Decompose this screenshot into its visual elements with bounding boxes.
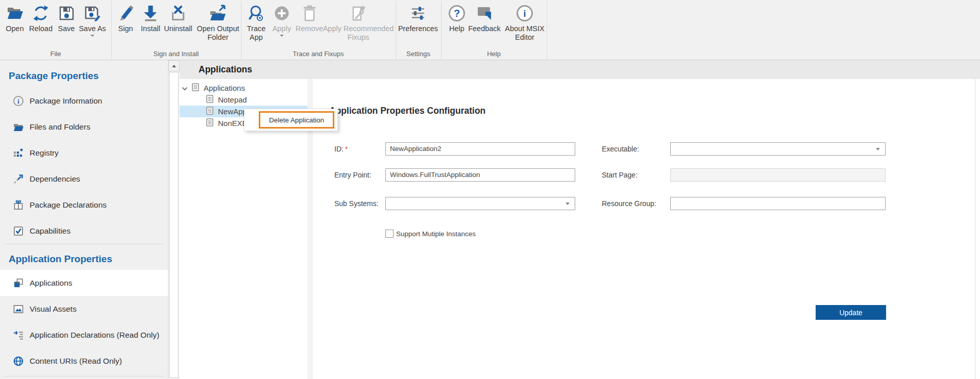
ribbon-group-label-trace-and-fixups: Trace and Fixups — [241, 50, 396, 58]
sidebar-item-registry[interactable]: Registry — [0, 140, 168, 166]
button-label: Sign — [112, 24, 139, 33]
apply-button[interactable]: Apply — [268, 2, 295, 37]
sidebar-item-label: Registry — [30, 148, 59, 158]
open-output-folder-button[interactable]: Open Output Folder — [195, 2, 241, 42]
checkbox-check-icon — [13, 225, 24, 237]
page-title: Applications — [199, 64, 252, 75]
button-label: Open — [1, 24, 29, 33]
context-menu-item-label: Delete Application — [269, 116, 324, 124]
about-msix-editor-button[interactable]: i About MSIX Editor — [503, 2, 546, 42]
update-button[interactable]: Update — [816, 305, 886, 320]
gift-icon — [13, 199, 24, 211]
sidebar-item-dependencies[interactable]: Dependencies — [0, 166, 168, 192]
open-button[interactable]: Open — [1, 2, 29, 33]
sidebar-item-capabilities[interactable]: Capabilities — [0, 218, 168, 244]
image-icon — [13, 304, 24, 315]
sidebar-item-package-information[interactable]: i Package Information — [0, 88, 168, 114]
sidebar-item-label: Application Declarations (Read Only) — [30, 331, 159, 340]
app-windows-icon — [13, 277, 24, 289]
sidebar-item-applications[interactable]: Applications — [0, 270, 168, 296]
document-icon — [192, 83, 199, 93]
right-edge-line — [975, 79, 975, 379]
button-label: About MSIX Editor — [503, 24, 546, 42]
button-label: Help — [446, 24, 468, 33]
sidebar-scrollbar[interactable] — [168, 60, 180, 379]
sub-systems-label: Sub Systems: — [334, 197, 378, 210]
sidebar-heading-package-properties: Package Properties — [0, 60, 168, 88]
svg-text:i: i — [523, 8, 526, 19]
open-output-folder-icon — [195, 2, 241, 24]
dropdown-arrow-icon — [876, 148, 880, 150]
button-label: Apply Recommended Fixups — [320, 24, 397, 42]
ribbon-separator — [547, 1, 547, 59]
sidebar-item-label: Visual Assets — [30, 305, 77, 314]
install-icon — [137, 2, 164, 24]
fixups-icon — [320, 2, 397, 24]
uninstall-icon — [162, 2, 194, 24]
feedback-button[interactable]: Feedback — [468, 2, 501, 33]
resource-group-input[interactable] — [670, 197, 886, 210]
sidebar-item-content-uris[interactable]: Content URIs (Read Only) — [0, 348, 168, 374]
document-icon — [206, 107, 213, 116]
button-label: Uninstall — [162, 24, 194, 33]
sidebar-item-files-and-folders[interactable]: Files and Folders — [0, 114, 168, 140]
apply-icon — [268, 2, 295, 24]
dropdown-arrow-icon — [566, 203, 570, 205]
scrollbar-thumb[interactable] — [169, 72, 179, 378]
ribbon-group-label-sign-and-install: Sign and Install — [111, 50, 241, 58]
button-label: Feedback — [468, 24, 501, 33]
about-icon: i — [503, 2, 546, 24]
sign-button[interactable]: Sign — [112, 2, 139, 33]
button-label: Install — [137, 24, 164, 33]
sidebar-item-package-declarations[interactable]: Package Declarations — [0, 192, 168, 218]
feedback-icon — [468, 2, 501, 24]
ribbon: Open Reload Save — [0, 0, 980, 60]
uninstall-button[interactable]: Uninstall — [162, 2, 194, 33]
preferences-button[interactable]: Preferences — [396, 2, 440, 33]
context-menu: Delete Application — [244, 109, 338, 131]
sidebar-item-label: Capabilities — [30, 226, 70, 236]
sidebar-item-label: Dependencies — [30, 174, 80, 184]
entry-point-input[interactable]: Windows.FullTrustApplication — [385, 168, 575, 182]
context-menu-item-delete-application[interactable]: Delete Application — [259, 111, 334, 129]
document-icon — [206, 95, 213, 105]
svg-text:?: ? — [454, 8, 460, 19]
registry-icon — [13, 147, 24, 159]
id-label: ID:* — [334, 142, 348, 156]
tree-item-label: Notepad — [218, 95, 247, 104]
reload-icon — [27, 2, 55, 24]
install-button[interactable]: Install — [137, 2, 164, 33]
sidebar-item-application-declarations[interactable]: Application Declarations (Read Only) — [0, 322, 168, 348]
save-as-icon — [76, 2, 109, 24]
button-label: Trace App — [243, 24, 270, 42]
id-input[interactable]: NewApplication2 — [385, 142, 575, 156]
support-multiple-instances-label: Support Mutiple Instances — [396, 230, 476, 238]
document-icon — [206, 118, 213, 128]
main-header: Applications — [180, 60, 980, 79]
trace-app-button[interactable]: Trace App — [243, 2, 270, 42]
tree-item-label: NonEXE — [218, 119, 248, 128]
start-page-label: Start Page: — [602, 168, 638, 182]
reload-button[interactable]: Reload — [27, 2, 55, 33]
globe-icon — [13, 356, 24, 367]
folder-icon — [13, 121, 24, 133]
sidebar-item-label: Package Information — [30, 96, 102, 106]
preferences-icon — [396, 2, 440, 24]
sub-systems-combo[interactable] — [385, 197, 575, 210]
chevron-down-icon[interactable] — [182, 84, 189, 92]
tree-item-label: Applications — [204, 84, 245, 92]
required-asterisk: * — [345, 145, 348, 153]
support-multiple-instances-checkbox[interactable] — [385, 230, 394, 238]
dependencies-icon — [13, 173, 24, 185]
entry-point-label: Entry Point: — [334, 168, 371, 182]
scrollbar-up-button[interactable] — [168, 60, 180, 71]
apply-recommended-fixups-button[interactable]: Apply Recommended Fixups — [320, 2, 397, 42]
tree-item-applications-root[interactable]: Applications — [182, 82, 245, 94]
help-button[interactable]: ? Help — [446, 2, 468, 33]
tree-item-nonexe[interactable]: NonEXE — [206, 117, 248, 129]
tree-item-notepad[interactable]: Notepad — [206, 94, 247, 106]
sidebar-item-label: Applications — [30, 279, 72, 288]
executable-combo[interactable] — [670, 142, 886, 156]
sidebar-item-visual-assets[interactable]: Visual Assets — [0, 296, 168, 322]
save-as-button[interactable]: Save As — [76, 2, 109, 37]
